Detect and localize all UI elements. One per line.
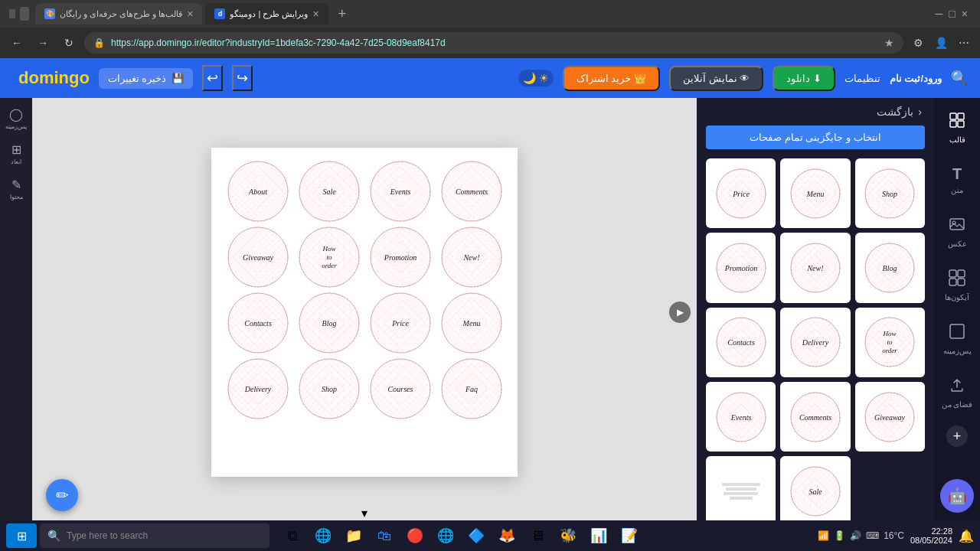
canvas-circle-1[interactable]: Sale xyxy=(295,160,363,223)
sidebar-item-template[interactable]: قالب xyxy=(944,107,970,148)
canvas-circle-11[interactable]: Menu xyxy=(437,292,505,354)
canvas-circle-5[interactable]: Howtoorder xyxy=(295,226,363,289)
sidebar-item-icons[interactable]: آیکون‌ها xyxy=(940,265,974,306)
template-item-5[interactable]: Blog xyxy=(855,233,925,302)
photo-icon xyxy=(949,216,965,236)
refresh-button[interactable]: ↻ xyxy=(58,32,80,54)
template-item-1[interactable]: Menu xyxy=(780,158,850,228)
close-window-button[interactable]: × xyxy=(962,8,968,20)
tool-content[interactable]: ✎ محتوا xyxy=(7,174,26,204)
preview-button[interactable]: نمایش آنلاین 👁 xyxy=(669,66,763,91)
sidebar-item-background[interactable]: پس‌زمینه xyxy=(939,318,976,360)
expand-panel-button[interactable]: ▶ xyxy=(669,302,691,323)
address-bar[interactable]: 🔒 https://app.domingo.ir/editor?industry… xyxy=(84,32,903,54)
template-item-13[interactable]: Sale xyxy=(780,456,850,526)
taskbar-right: 📶 🔋 🔊 ⌨ 16°C 22:28 08/05/2024 🔔 xyxy=(818,527,974,545)
taskbar-app-monitor[interactable]: 🖥 xyxy=(524,522,551,549)
back-button[interactable]: ← xyxy=(6,32,28,54)
sidebar-item-my-space[interactable]: فضای من xyxy=(937,372,978,413)
template-item-9[interactable]: Events xyxy=(706,382,776,452)
canvas-circle-7[interactable]: New! xyxy=(437,226,505,289)
forward-button[interactable]: → xyxy=(32,32,54,54)
template-item-12[interactable] xyxy=(706,456,776,526)
dimensions-icon: ⊞ xyxy=(11,142,21,157)
canvas-circle-9[interactable]: Blog xyxy=(295,292,363,354)
header-search-icon[interactable]: 🔍 xyxy=(951,70,968,86)
select-all-button[interactable]: انتخاب و جایگزینی تمام صفحات xyxy=(706,126,925,149)
my-space-label: فضای من xyxy=(942,400,973,409)
save-button[interactable]: ذخیره تغییرات 💾 xyxy=(99,68,193,89)
taskbar-app-excel[interactable]: 📊 xyxy=(585,522,612,549)
tab-2[interactable]: d ویرایش طرح | دومینگو × xyxy=(205,3,328,24)
svg-text:Contacts: Contacts xyxy=(244,319,272,328)
maximize-button[interactable]: □ xyxy=(949,8,955,20)
taskbar-sys-icons: 📶 🔋 🔊 ⌨ 16°C xyxy=(818,530,904,541)
sidebar-item-photo[interactable]: عکس xyxy=(943,211,972,253)
template-item-7[interactable]: Delivery xyxy=(780,308,850,377)
taskbar-app-diamond[interactable]: 🔷 xyxy=(462,522,490,549)
svg-text:Price: Price xyxy=(391,319,409,328)
template-item-2[interactable]: Shop xyxy=(855,158,925,228)
taskbar-search[interactable]: 🔍 Type here to search xyxy=(40,523,270,548)
taskbar-app-taskview[interactable]: ⧉ xyxy=(279,522,306,549)
taskbar-app-bee[interactable]: 🐝 xyxy=(554,522,582,549)
taskbar-app-store[interactable]: 🛍 xyxy=(371,522,398,549)
template-item-8[interactable]: Howtoorder xyxy=(855,308,925,377)
minimize-button[interactable]: ─ xyxy=(935,8,942,20)
fab-button[interactable]: ✏ xyxy=(46,479,78,511)
canvas-circle-8[interactable]: Contacts xyxy=(224,292,292,354)
canvas-circle-14[interactable]: Courses xyxy=(366,357,434,420)
notification-button[interactable]: 🔔 xyxy=(959,529,974,543)
upload-icon xyxy=(949,377,965,397)
taskbar-app-word[interactable]: 📝 xyxy=(616,522,643,549)
taskbar-app-firefox[interactable]: 🦊 xyxy=(493,522,521,549)
sidebar-add-button[interactable]: + xyxy=(946,425,968,447)
download-button[interactable]: دانلود ⬇ xyxy=(773,66,835,91)
background-icon: ◯ xyxy=(9,107,23,122)
new-tab-button[interactable]: + xyxy=(332,3,353,24)
tool-dimensions[interactable]: ⊞ ابعاد xyxy=(8,139,24,168)
template-item-11[interactable]: Giveaway xyxy=(855,382,925,452)
taskbar-app-red[interactable]: 🔴 xyxy=(401,522,429,549)
taskbar-search-input[interactable]: Type here to search xyxy=(67,530,148,541)
sidebar-item-text[interactable]: T متن xyxy=(946,161,968,199)
ai-button[interactable]: 🤖 xyxy=(940,479,974,513)
canvas-circle-10[interactable]: Price xyxy=(366,292,434,354)
tab-1-close[interactable]: × xyxy=(187,8,193,20)
subscribe-button[interactable]: خرید اشتراک 👑 xyxy=(563,66,660,91)
right-panel-content: بازگشت › انتخاب و جایگزینی تمام صفحات xyxy=(697,98,934,551)
taskbar-app-edge[interactable]: 🌐 xyxy=(309,522,337,549)
extensions-button[interactable]: ⚙ xyxy=(908,33,928,53)
user-button[interactable]: 👤 xyxy=(931,33,951,53)
taskbar-app-explorer[interactable]: 📁 xyxy=(340,522,368,549)
taskbar-app-chrome[interactable]: 🌐 xyxy=(432,522,459,549)
theme-toggle[interactable]: 🌙 ☀ xyxy=(518,70,554,86)
taskbar-clock[interactable]: 22:28 08/05/2024 xyxy=(910,527,952,545)
canvas-circle-2[interactable]: Events xyxy=(366,160,434,223)
menu-button[interactable]: ⋯ xyxy=(954,33,974,53)
tab-1-title: قالب‌ها و طرح‌های حرفه‌ای و رایگان xyxy=(60,9,182,19)
canvas-circle-12[interactable]: Delivery xyxy=(224,357,292,420)
canvas-circle-6[interactable]: Promotion xyxy=(366,226,434,289)
panel-back-button[interactable]: بازگشت › xyxy=(697,98,934,126)
canvas-circle-3[interactable]: Comments xyxy=(437,160,505,223)
background-panel-label: پس‌زمینه xyxy=(943,347,972,355)
template-item-3[interactable]: Promotion xyxy=(706,233,776,302)
template-item-4[interactable]: New! xyxy=(780,233,850,302)
redo-button[interactable]: ↪ xyxy=(232,65,253,91)
template-item-6[interactable]: Contacts xyxy=(706,308,776,377)
login-link[interactable]: ورود/ثبت نام xyxy=(890,73,942,84)
svg-text:Promotion: Promotion xyxy=(724,264,756,272)
settings-link[interactable]: تنظیمات xyxy=(844,73,880,84)
canvas-circle-15[interactable]: Faq xyxy=(437,357,505,420)
tool-background[interactable]: ◯ پس‌زمینه xyxy=(2,104,30,133)
canvas-circle-4[interactable]: Giveaway xyxy=(224,226,292,289)
start-button[interactable]: ⊞ xyxy=(6,523,37,548)
template-item-0[interactable]: Price xyxy=(706,158,776,228)
canvas-circle-0[interactable]: About xyxy=(224,160,292,223)
undo-button[interactable]: ↩ xyxy=(202,65,223,91)
canvas-circle-13[interactable]: Shop xyxy=(295,357,363,420)
tab-1[interactable]: 🎨 قالب‌ها و طرح‌های حرفه‌ای و رایگان × xyxy=(35,3,202,24)
tab-2-close[interactable]: × xyxy=(313,8,319,20)
template-item-10[interactable]: Comments xyxy=(780,382,850,452)
